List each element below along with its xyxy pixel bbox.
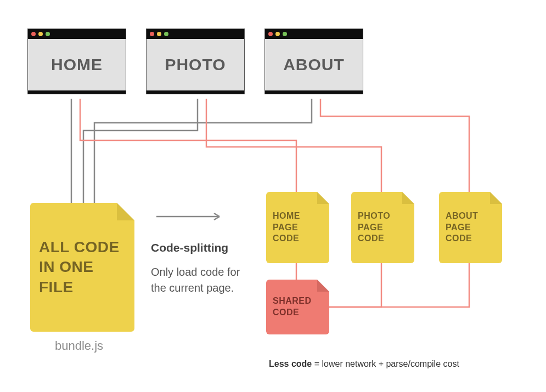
window-titlebar <box>28 29 126 39</box>
file-fold-icon <box>117 203 134 220</box>
footnote: Less code = lower network + parse/compil… <box>269 359 459 369</box>
traffic-light-red-icon <box>31 32 36 36</box>
traffic-light-red-icon <box>268 32 273 36</box>
traffic-light-red-icon <box>150 32 154 36</box>
chunk-file-photo: PHOTO PAGE CODE <box>351 192 414 263</box>
browser-window-about: ABOUT <box>264 29 363 94</box>
window-label: PHOTO <box>147 39 244 94</box>
center-heading: Code-splitting <box>151 241 258 254</box>
footnote-bold: Less code <box>269 359 312 368</box>
chunk-file-about: ABOUT PAGE CODE <box>439 192 502 263</box>
file-fold-icon <box>490 192 502 204</box>
traffic-light-yellow-icon <box>275 32 280 36</box>
browser-window-home: HOME <box>27 29 126 94</box>
center-subtext: Only load code for the current page. <box>151 264 258 296</box>
footnote-rest: = lower network + parse/compile cost <box>312 359 459 368</box>
browser-window-photo: PHOTO <box>146 29 245 94</box>
traffic-light-yellow-icon <box>38 32 43 36</box>
traffic-light-green-icon <box>164 32 168 36</box>
window-titlebar <box>147 29 244 39</box>
bundle-file: ALL CODE IN ONE FILE <box>30 203 134 332</box>
traffic-light-green-icon <box>283 32 287 36</box>
chunk-label: SHARED CODE <box>273 296 323 319</box>
chunk-label: HOME PAGE CODE <box>273 211 323 245</box>
file-fold-icon <box>402 192 414 204</box>
window-label: HOME <box>28 39 126 94</box>
file-fold-icon <box>317 280 329 292</box>
bundle-caption: bundle.js <box>55 339 103 353</box>
window-titlebar <box>265 29 363 39</box>
bundle-file-label: ALL CODE IN ONE FILE <box>39 237 126 297</box>
traffic-light-green-icon <box>46 32 50 36</box>
chunk-file-shared: SHARED CODE <box>266 280 329 334</box>
chunk-file-home: HOME PAGE CODE <box>266 192 329 263</box>
diagram-canvas: HOME PHOTO ABOUT ALL CODE IN ONE FILE bu… <box>0 0 546 392</box>
chunk-label: ABOUT PAGE CODE <box>446 211 496 245</box>
center-text-block: Code-splitting Only load code for the cu… <box>151 241 258 296</box>
traffic-light-yellow-icon <box>157 32 161 36</box>
chunk-label: PHOTO PAGE CODE <box>358 211 408 245</box>
file-fold-icon <box>317 192 329 204</box>
window-label: ABOUT <box>265 39 363 94</box>
